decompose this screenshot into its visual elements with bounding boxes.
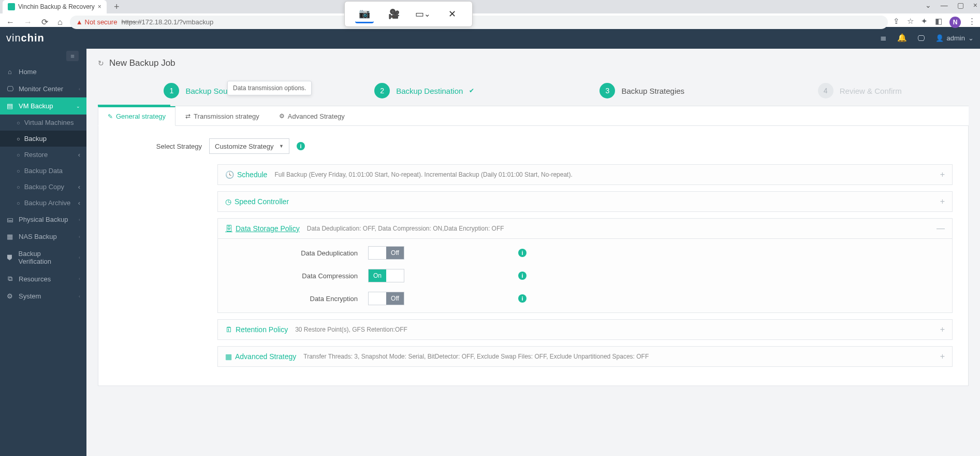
sidebar-item-label: Home <box>19 68 37 76</box>
panel-speed-header[interactable]: ◷ Speed Controller + <box>218 192 952 211</box>
expand-icon[interactable]: + <box>940 352 945 361</box>
select-strategy-dropdown[interactable]: Customize Strategy ▼ <box>209 138 289 154</box>
info-icon[interactable]: i <box>297 142 305 150</box>
maximize-icon[interactable]: ▢ <box>957 1 964 9</box>
toggle-blank <box>386 269 404 282</box>
sidebar-item-physical[interactable]: 🖴 Physical Backup ‹ <box>0 211 86 228</box>
content: ↻ New Backup Job 1 Backup Source ✔ 2 Bac… <box>86 49 980 456</box>
info-icon[interactable]: i <box>518 294 526 303</box>
step-number: 4 <box>818 83 833 98</box>
toggle-off-label: Off <box>386 247 404 259</box>
region-icon[interactable]: ▭⌄ <box>414 5 432 23</box>
sidebar-sub-backup-data[interactable]: ○ Backup Data <box>0 163 86 179</box>
close-window-icon[interactable]: × <box>973 1 977 9</box>
toggle-encryption[interactable]: Off <box>368 292 404 305</box>
step-number: 1 <box>164 83 179 98</box>
sidebar-sub-backup-copy[interactable]: ○ Backup Copy ‹ <box>0 179 86 195</box>
panel-schedule-header[interactable]: 🕓 Schedule Full Backup (Every Friday, 01… <box>218 165 952 184</box>
panel-schedule: 🕓 Schedule Full Backup (Every Friday, 01… <box>217 164 953 185</box>
monitor-icon[interactable]: 🖵 <box>917 34 925 42</box>
profile-avatar[interactable]: N <box>949 17 961 28</box>
row-label: Data Encryption <box>228 295 358 303</box>
tab-transmission-strategy[interactable]: ⇄ Transmission strategy <box>175 106 269 126</box>
url-input[interactable]: ▲ Not secure https://172.18.20.1/?vmback… <box>70 16 888 29</box>
sidebar-item-verification[interactable]: ⛊ Backup Verification ‹ <box>0 245 86 270</box>
info-icon[interactable]: i <box>518 272 526 280</box>
sidebar-sub-backup-archive[interactable]: ○ Backup Archive ‹ <box>0 195 86 211</box>
step-label: Review & Confirm <box>840 87 902 95</box>
sidebar-item-resources[interactable]: ⧉ Resources ‹ <box>0 270 86 288</box>
tab-label: Advanced Strategy <box>288 112 345 120</box>
list-icon[interactable]: ≣ <box>880 33 887 42</box>
sidebar-toggle-row: ≡ <box>0 49 86 63</box>
close-capture-icon[interactable]: ✕ <box>443 5 462 23</box>
circle-icon: ○ <box>17 200 20 206</box>
forward-button: → <box>22 18 34 27</box>
address-bar: ← → ⟳ ⌂ ▲ Not secure https://172.18.20.1… <box>0 13 980 31</box>
sidebar-item-home[interactable]: ⌂ Home <box>0 63 86 80</box>
sidebar-item-label: System <box>19 292 41 300</box>
sidebar-item-vm-backup[interactable]: ▤ VM Backup ⌄ <box>0 97 86 115</box>
sidebar-collapse-icon[interactable]: ≡ <box>66 51 79 61</box>
step-backup-destination[interactable]: 2 Backup Destination ✔ <box>316 79 534 106</box>
not-secure-badge[interactable]: ▲ Not secure <box>76 18 118 26</box>
gear-icon: ⚙ <box>279 112 285 120</box>
refresh-icon: ↻ <box>98 59 104 67</box>
panel-retention-header[interactable]: 🗓 Retention Policy 30 Restore Point(s), … <box>218 320 952 339</box>
menu-icon[interactable]: ⋮ <box>968 17 976 28</box>
share-icon[interactable]: ⇪ <box>893 17 900 28</box>
sidebar-item-nas[interactable]: ▦ NAS Backup ‹ <box>0 228 86 245</box>
panel-stack: 🕓 Schedule Full Backup (Every Friday, 01… <box>217 164 953 367</box>
bookmark-icon[interactable]: ☆ <box>907 17 914 28</box>
toggle-deduplication[interactable]: Off <box>368 246 404 260</box>
browser-tab[interactable]: Vinchin Backup & Recovery × <box>3 0 107 13</box>
tab-close-icon[interactable]: × <box>98 3 101 10</box>
expand-icon[interactable]: + <box>940 325 945 334</box>
sidebar-sub-restore[interactable]: ○ Restore ‹ <box>0 147 86 163</box>
panel-storage-header[interactable]: 🗄 Data Storage Policy Data Deduplication… <box>218 219 952 238</box>
sidebar-sub-virtual-machines[interactable]: ○ Virtual Machines <box>0 115 86 131</box>
home-button-browser[interactable]: ⌂ <box>55 18 65 27</box>
sidebar-item-system[interactable]: ⚙ System ‹ <box>0 288 86 305</box>
chevron-right-icon: ‹ <box>78 183 80 191</box>
toggle-blank <box>369 247 386 259</box>
chevron-right-icon: ‹ <box>79 276 80 281</box>
sidebar-sub-backup[interactable]: ○ Backup <box>0 131 86 147</box>
panel-storage-body: Data Deduplication Off i Data Compressio… <box>218 238 952 312</box>
minimize-icon[interactable]: — <box>941 1 948 9</box>
new-tab-button[interactable]: + <box>111 2 123 12</box>
database-icon: 🗄 <box>225 224 232 233</box>
resources-icon: ⧉ <box>6 275 13 283</box>
tab-label: Transmission strategy <box>194 112 259 120</box>
reload-button[interactable]: ⟳ <box>39 17 50 27</box>
collapse-icon[interactable]: — <box>937 224 945 233</box>
panel-advanced-header[interactable]: ▦ Advanced Strategy Transfer Threads: 3,… <box>218 347 952 366</box>
back-button[interactable]: ← <box>4 18 17 27</box>
tab-advanced-strategy[interactable]: ⚙ Advanced Strategy <box>269 106 355 126</box>
sidepanel-icon[interactable]: ◧ <box>935 17 942 28</box>
bell-icon[interactable]: 🔔 <box>897 33 907 42</box>
extensions-icon[interactable]: ✦ <box>921 17 928 28</box>
circle-icon: ○ <box>17 120 20 126</box>
shield-icon: ⛊ <box>6 254 13 262</box>
toggle-compression[interactable]: On <box>368 269 404 282</box>
chevron-down-icon: ⌄ <box>76 104 80 109</box>
expand-icon[interactable]: + <box>940 170 945 179</box>
chevron-down-icon[interactable]: ⌄ <box>925 1 931 9</box>
logo[interactable]: vinchin <box>6 32 45 44</box>
step-review-confirm[interactable]: 4 Review & Confirm <box>751 79 969 106</box>
sidebar-item-monitor[interactable]: 🖵 Monitor Center ‹ <box>0 80 86 97</box>
sidebar-item-label: Physical Backup <box>19 216 68 223</box>
panel-title: 🕓 Schedule <box>225 170 267 179</box>
expand-icon[interactable]: + <box>940 197 945 206</box>
tab-general-strategy[interactable]: ✎ General strategy <box>98 106 175 126</box>
screen-capture-toolbar[interactable]: 📷 🎥 ▭⌄ ✕ <box>344 1 473 27</box>
user-menu[interactable]: 👤 admin ⌄ <box>935 34 974 42</box>
select-value: Customize Strategy <box>215 142 273 150</box>
check-icon: ✔ <box>469 87 474 94</box>
url-text: https://172.18.20.1/?vmbackup <box>121 18 213 26</box>
video-icon[interactable]: 🎥 <box>385 5 403 23</box>
camera-icon[interactable]: 📷 <box>355 5 374 23</box>
info-icon[interactable]: i <box>518 249 526 257</box>
step-backup-strategies[interactable]: 3 Backup Strategies <box>533 79 751 106</box>
